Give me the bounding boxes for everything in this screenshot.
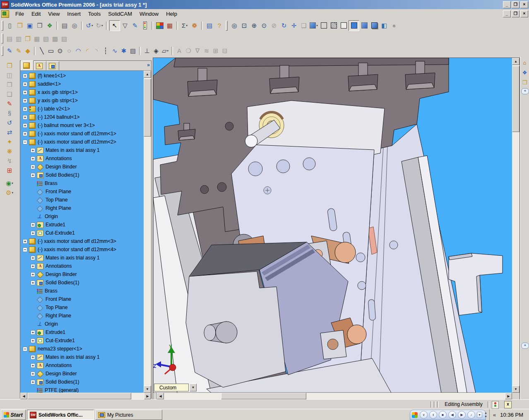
select-button[interactable]: ↖ bbox=[109, 20, 120, 31]
insert-components-button[interactable]: ❐ bbox=[3, 61, 16, 70]
menu-window[interactable]: Window bbox=[136, 10, 162, 18]
taskbar-task[interactable]: SWSolidWorks Offic... bbox=[27, 410, 94, 420]
taskbar-task[interactable]: My Pictures bbox=[95, 410, 162, 420]
panel-chevron-icon[interactable]: » bbox=[147, 62, 150, 68]
physical-simulation-button[interactable]: ⚙▾ bbox=[3, 188, 16, 197]
expand-icon[interactable]: + bbox=[23, 123, 27, 128]
expand-icon[interactable]: + bbox=[23, 132, 27, 136]
tree-item[interactable]: +Extrude1 bbox=[20, 328, 144, 336]
open-button[interactable]: ❐ bbox=[15, 21, 25, 31]
circle-button[interactable]: ⊙ bbox=[55, 46, 65, 55]
cam-open-part-button[interactable]: ❐ bbox=[23, 34, 32, 43]
texture-button[interactable]: ▦ bbox=[165, 21, 175, 31]
expand-icon[interactable]: + bbox=[23, 107, 27, 111]
tree-item[interactable]: −(-) xaxis motor stand off d12mm<2> bbox=[20, 138, 144, 146]
tree-item[interactable]: +Cut-Extrude1 bbox=[20, 336, 144, 345]
point-button[interactable]: ✱ bbox=[119, 46, 128, 55]
doc-close-button[interactable]: × bbox=[520, 10, 528, 17]
tree-item[interactable]: +Annotations bbox=[20, 262, 144, 270]
tree-item[interactable]: Right Plane bbox=[20, 204, 144, 212]
scroll-thumb[interactable] bbox=[512, 66, 519, 132]
redo-dropdown-icon[interactable]: ▾ bbox=[101, 24, 103, 27]
tree-item[interactable]: +Design Binder bbox=[20, 270, 144, 278]
appearance-palette-button[interactable] bbox=[155, 21, 165, 31]
help-button[interactable]: ? bbox=[214, 21, 224, 31]
shadows-in-shaded-mode-button[interactable] bbox=[369, 21, 379, 31]
wmp-previous-button[interactable]: ◀ bbox=[448, 411, 456, 419]
toolbar-grip[interactable] bbox=[1, 21, 3, 31]
collapse-icon[interactable]: − bbox=[23, 247, 27, 252]
measure-dropdown-icon[interactable]: ▾ bbox=[186, 24, 188, 27]
spline-button[interactable]: ∿ bbox=[110, 46, 119, 55]
curvature-button[interactable]: ❁ bbox=[190, 21, 200, 31]
standard-views-button[interactable]: ▾ bbox=[309, 21, 319, 31]
tree-item[interactable]: +(-) xaxis motor stand off d12mm<3> bbox=[20, 237, 144, 245]
viewport-vertical-scrollbar[interactable]: ▲ ▼ bbox=[512, 58, 519, 393]
expand-icon[interactable]: + bbox=[31, 272, 35, 277]
expand-icon[interactable]: + bbox=[31, 156, 35, 161]
expand-icon[interactable]: + bbox=[31, 281, 35, 285]
rectangle-button[interactable]: ▭ bbox=[46, 46, 55, 55]
new-button[interactable]: ▯ bbox=[5, 21, 15, 31]
collapse-icon[interactable]: − bbox=[23, 347, 27, 351]
expand-icon[interactable]: + bbox=[31, 355, 35, 360]
centerpoint-arc-button[interactable]: ◠ bbox=[74, 46, 83, 55]
print-preview-button[interactable]: ◎ bbox=[70, 21, 79, 31]
toolbar-grip[interactable] bbox=[1, 34, 3, 43]
undo-dropdown-icon[interactable]: ▾ bbox=[91, 24, 93, 27]
start-button[interactable]: Start bbox=[1, 410, 26, 420]
simulation-dropdown-icon[interactable]: ▾ bbox=[12, 182, 13, 185]
menu-view[interactable]: View bbox=[44, 10, 63, 18]
tree-item[interactable]: −nema23 stepper<1> bbox=[20, 345, 144, 353]
expand-icon[interactable]: + bbox=[31, 148, 35, 153]
configuration-selector[interactable]: Custom bbox=[154, 384, 189, 391]
expand-icon[interactable]: + bbox=[31, 380, 35, 384]
zoom-to-fit-button[interactable]: ◎ bbox=[229, 21, 239, 31]
scroll-up-icon[interactable]: ▲ bbox=[144, 71, 151, 78]
tree-item[interactable]: Right Plane bbox=[20, 312, 144, 320]
tree-item[interactable]: +Cut-Extrude1 bbox=[20, 229, 144, 237]
tree-item[interactable]: +saddle<1> bbox=[20, 80, 144, 88]
expand-icon[interactable]: + bbox=[31, 264, 35, 269]
tree-item[interactable]: +Extrude1 bbox=[20, 221, 144, 229]
tab-featuremanager[interactable] bbox=[21, 60, 34, 70]
pan-button[interactable]: ✛ bbox=[289, 21, 299, 31]
save-button[interactable]: ▣ bbox=[25, 21, 35, 31]
expand-icon[interactable]: + bbox=[23, 239, 27, 244]
menu-tools[interactable]: Tools bbox=[84, 10, 104, 18]
design-library-icon[interactable]: ❖ bbox=[521, 68, 529, 77]
graphics-viewport[interactable]: Y Z Custom ▼ ▲ ▼ ◀ ▶ bbox=[153, 58, 520, 399]
shaded-button[interactable] bbox=[359, 21, 369, 31]
office-products-button[interactable]: ❖ bbox=[45, 21, 55, 31]
expand-icon[interactable]: + bbox=[31, 372, 35, 376]
modify-sketch-button[interactable]: ◆ bbox=[23, 46, 32, 55]
tree-item[interactable]: +(-) xaxis motor stand off d12mm<1> bbox=[20, 130, 144, 138]
menu-solidcam[interactable]: SolidCAM bbox=[104, 10, 136, 18]
configuration-dropdown-icon[interactable]: ▼ bbox=[190, 384, 197, 391]
menu-insert[interactable]: Insert bbox=[63, 10, 84, 18]
wmp-next-button[interactable]: ▶ bbox=[458, 411, 466, 419]
tree-item[interactable]: Origin bbox=[20, 212, 144, 221]
move-component-button[interactable]: ⇄ bbox=[3, 127, 16, 137]
tree-vertical-scrollbar[interactable]: ▲ ▼ bbox=[144, 71, 151, 393]
expand-icon[interactable]: + bbox=[31, 165, 35, 169]
expand-icon[interactable]: + bbox=[31, 363, 35, 368]
menu-help[interactable]: Help bbox=[162, 10, 181, 18]
task-pane-collapse-icon[interactable]: « bbox=[521, 88, 529, 94]
sketch-pencil-button[interactable]: ✎ bbox=[130, 21, 140, 31]
rotate-component-button[interactable]: ↺ bbox=[3, 118, 16, 127]
expand-icon[interactable]: + bbox=[31, 256, 35, 260]
doc-minimize-button[interactable]: _ bbox=[503, 10, 511, 17]
solidworks-resources-icon[interactable]: ⌂ bbox=[521, 58, 529, 67]
zoom-to-selection-button[interactable]: ⊙ bbox=[259, 21, 269, 31]
construction-circle-button[interactable]: ◌ bbox=[65, 46, 74, 55]
zoom-in-out-button[interactable]: ⊕ bbox=[249, 21, 259, 31]
tree-item[interactable]: +(-) table v2<1> bbox=[20, 105, 144, 113]
statusbar-close-button[interactable]: x bbox=[504, 401, 512, 408]
scroll-right-icon[interactable]: ▶ bbox=[505, 393, 512, 399]
menu-edit[interactable]: Edit bbox=[28, 10, 44, 18]
standard-views-dropdown-icon[interactable]: ▾ bbox=[316, 24, 318, 27]
expand-icon[interactable]: + bbox=[23, 98, 27, 103]
tree-item[interactable]: +Design Binder bbox=[20, 370, 144, 378]
centerline-button[interactable]: ┆ bbox=[101, 46, 110, 55]
